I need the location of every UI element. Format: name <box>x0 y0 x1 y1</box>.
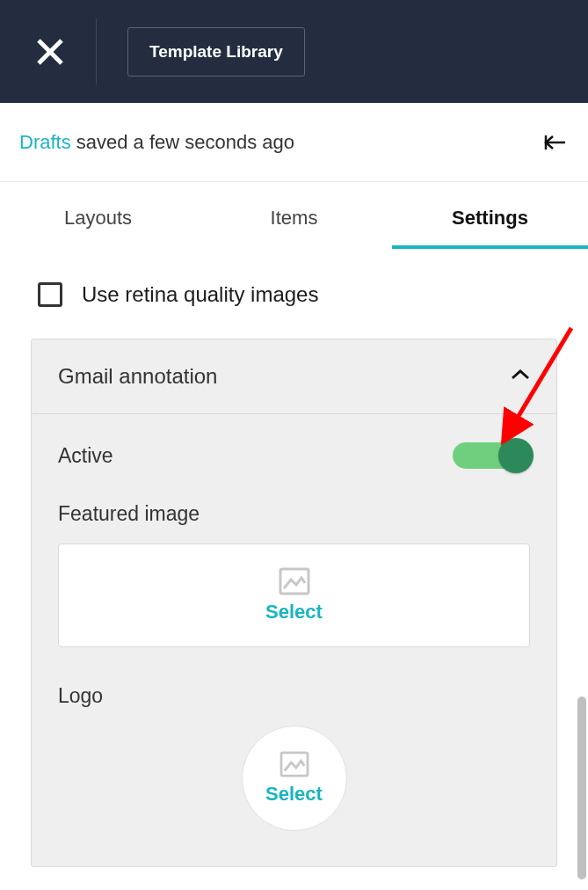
header-divider <box>96 18 97 84</box>
featured-image-title: Featured image <box>58 502 530 526</box>
chevron-up-icon <box>511 368 530 384</box>
close-icon[interactable] <box>35 37 65 67</box>
logo-select-text: Select <box>265 783 323 806</box>
featured-select-text: Select <box>265 601 323 624</box>
logo-title: Logo <box>58 684 530 708</box>
save-status: Drafts saved a few seconds ago <box>19 131 294 154</box>
featured-image-select[interactable]: Select <box>58 543 530 647</box>
image-placeholder-icon <box>279 751 309 777</box>
panel-title: Gmail annotation <box>58 364 217 389</box>
save-status-suffix: saved a few seconds ago <box>71 131 294 153</box>
gmail-annotation-panel: Gmail annotation Active Featured image <box>31 339 557 867</box>
tab-settings[interactable]: Settings <box>392 207 588 249</box>
tab-items[interactable]: Items <box>196 207 392 249</box>
toggle-knob <box>498 438 534 473</box>
status-bar: Drafts saved a few seconds ago <box>0 103 588 182</box>
close-area: Template Library <box>35 0 305 103</box>
settings-content: Use retina quality images Gmail annotati… <box>0 249 588 867</box>
retina-option-row: Use retina quality images <box>31 249 557 339</box>
panel-header[interactable]: Gmail annotation <box>32 339 556 414</box>
template-library-button[interactable]: Template Library <box>127 27 305 77</box>
panel-body: Active Featured image Select Logo <box>32 414 556 866</box>
active-toggle[interactable] <box>453 442 530 469</box>
drafts-link[interactable]: Drafts <box>19 131 71 153</box>
active-label: Active <box>58 444 113 468</box>
top-bar: Template Library <box>0 0 588 103</box>
image-placeholder-icon <box>279 567 310 595</box>
retina-label: Use retina quality images <box>82 282 318 307</box>
tab-layouts[interactable]: Layouts <box>0 207 196 249</box>
retina-checkbox[interactable] <box>38 282 62 307</box>
active-row: Active <box>58 434 530 499</box>
scrollbar-thumb[interactable] <box>577 697 586 879</box>
logo-select[interactable]: Select <box>242 726 347 831</box>
collapse-panel-icon[interactable] <box>544 134 569 151</box>
tabs: Layouts Items Settings <box>0 182 588 249</box>
